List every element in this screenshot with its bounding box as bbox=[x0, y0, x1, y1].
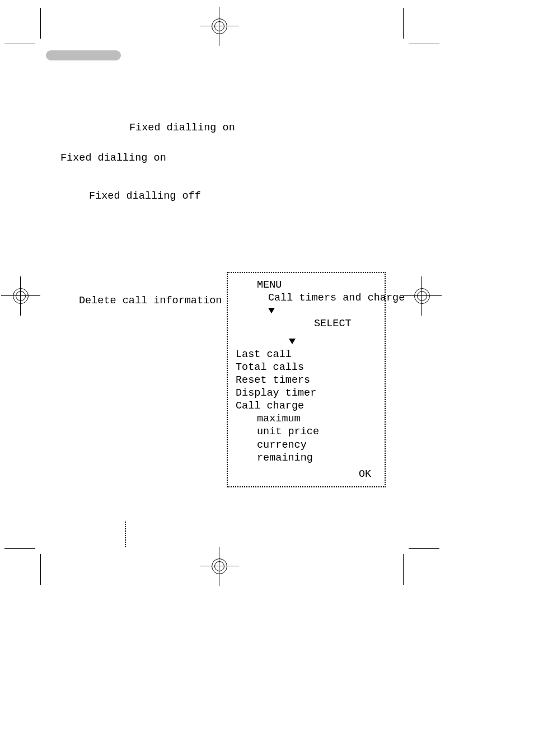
menu-ok-label: OK bbox=[236, 468, 377, 481]
menu-arrow-1 bbox=[236, 304, 377, 317]
label-fixed-dialling-on-2: Fixed dialling on bbox=[60, 152, 166, 164]
label-fixed-dialling-off: Fixed dialling off bbox=[89, 190, 201, 202]
menu-item-last-call: Last call bbox=[236, 348, 377, 361]
crop-mark bbox=[40, 554, 41, 585]
menu-item-charge-unit: unit price bbox=[236, 425, 377, 438]
registration-mark-left bbox=[13, 288, 29, 304]
crop-mark bbox=[40, 8, 41, 39]
registration-mark-top bbox=[212, 18, 227, 34]
menu-panel: MENU Call timers and charge SELECT Last … bbox=[227, 272, 386, 487]
menu-header: MENU bbox=[236, 279, 377, 292]
menu-arrow-2 bbox=[236, 335, 377, 348]
registration-mark-right bbox=[414, 288, 430, 304]
page-tab-placeholder bbox=[46, 50, 121, 60]
crop-mark bbox=[4, 44, 35, 44]
menu-item-charge-max: maximum bbox=[236, 412, 377, 425]
dotted-guide-line bbox=[125, 522, 127, 547]
crop-mark bbox=[409, 548, 439, 549]
crop-mark bbox=[403, 554, 404, 585]
label-delete-call-info: Delete call information bbox=[79, 295, 222, 307]
menu-item-charge-currency: currency bbox=[236, 439, 377, 452]
crop-mark bbox=[409, 44, 439, 44]
menu-item-call-charge: Call charge bbox=[236, 400, 377, 412]
crop-mark bbox=[403, 8, 404, 39]
registration-mark-bottom bbox=[212, 558, 227, 574]
crop-mark bbox=[4, 548, 35, 549]
menu-title: Call timers and charge bbox=[236, 292, 377, 304]
menu-item-total-calls: Total calls bbox=[236, 361, 377, 374]
label-fixed-dialling-on-1: Fixed dialling on bbox=[129, 122, 235, 134]
menu-item-reset-timers: Reset timers bbox=[236, 374, 377, 387]
menu-item-display-timer: Display timer bbox=[236, 387, 377, 400]
menu-select-label: SELECT bbox=[236, 317, 377, 330]
menu-item-charge-remaining: remaining bbox=[236, 452, 377, 464]
